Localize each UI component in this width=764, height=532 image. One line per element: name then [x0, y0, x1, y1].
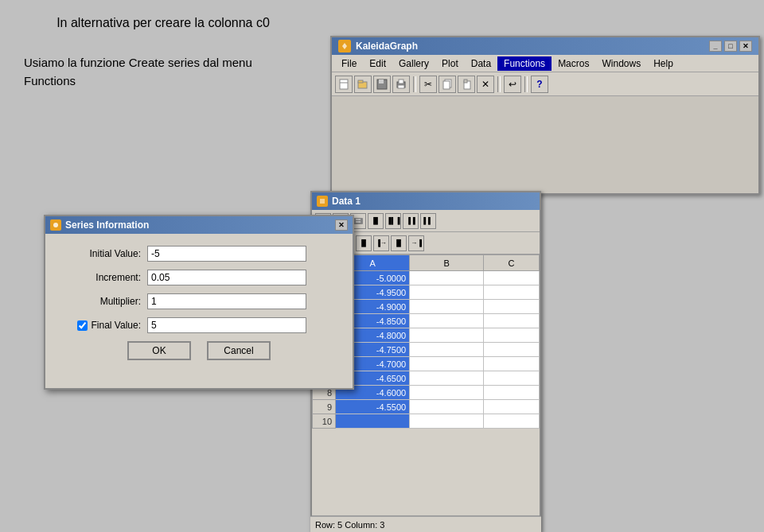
menubar: File Edit Gallery Plot Data Functions Ma…: [332, 55, 758, 72]
cell-a[interactable]: [336, 414, 410, 429]
series-close-button[interactable]: ✕: [335, 219, 348, 231]
cell-a[interactable]: -4.5500: [336, 400, 410, 414]
dt-btn5[interactable]: ▐▌▐: [385, 213, 401, 229]
dt2-btn2[interactable]: ▐▌: [356, 235, 372, 251]
cell-c[interactable]: [484, 386, 540, 400]
toolbar-paste[interactable]: [458, 76, 475, 93]
dt2-btn3[interactable]: ▐→: [373, 235, 389, 251]
increment-input[interactable]: [147, 270, 306, 285]
menu-edit[interactable]: Edit: [363, 56, 392, 71]
cell-b[interactable]: [410, 400, 484, 414]
dt-btn6[interactable]: ▐▐: [403, 213, 419, 229]
menu-help[interactable]: Help: [647, 56, 680, 71]
svg-rect-1: [340, 80, 348, 89]
data-titlebar: Data 1: [312, 192, 540, 210]
series-content: Initial Value: Increment: Multiplier: Fi…: [45, 234, 353, 372]
toolbar-help[interactable]: ?: [531, 76, 548, 93]
toolbar-save[interactable]: [373, 76, 391, 93]
svg-rect-8: [399, 80, 403, 83]
cell-c[interactable]: [484, 328, 540, 343]
toolbar-open[interactable]: [354, 76, 372, 93]
menu-gallery[interactable]: Gallery: [392, 56, 435, 71]
kaleida-content: [332, 96, 758, 193]
menu-windows[interactable]: Windows: [595, 56, 647, 71]
increment-row: Increment:: [61, 270, 337, 285]
close-btn[interactable]: ✕: [739, 41, 752, 52]
toolbar-delete[interactable]: ✕: [477, 76, 494, 93]
menu-macros[interactable]: Macros: [552, 56, 595, 71]
initial-value-input[interactable]: [147, 246, 306, 262]
kaleida-window: KaleidaGraph _ □ ✕ File Edit Gallery Plo…: [330, 36, 760, 195]
multiplier-row: Multiplier:: [61, 293, 337, 309]
initial-value-row: Initial Value:: [61, 246, 337, 262]
final-value-row: Final Value:: [61, 317, 337, 333]
data-window-title: Data 1: [332, 196, 361, 207]
cell-c[interactable]: [484, 271, 540, 285]
table-row: 9-4.5500: [313, 400, 540, 414]
cell-c[interactable]: [484, 343, 540, 357]
dt2-btn4[interactable]: ▐▌: [391, 235, 407, 251]
dt-btn7[interactable]: ▌▌: [420, 213, 436, 229]
data-statusbar2: Row: 5 Column: 3: [310, 516, 541, 532]
multiplier-input[interactable]: [147, 293, 306, 309]
final-value-input[interactable]: [147, 317, 306, 333]
cell-b[interactable]: [410, 271, 484, 285]
status-text2: Row: 5 Column: 3: [315, 520, 384, 530]
cancel-button[interactable]: Cancel: [207, 341, 271, 360]
cell-c[interactable]: [484, 357, 540, 371]
cell-b[interactable]: [410, 300, 484, 314]
cell-b[interactable]: [410, 328, 484, 343]
svg-rect-13: [464, 80, 467, 83]
toolbar-undo[interactable]: ↩: [504, 76, 521, 93]
svg-rect-21: [353, 218, 363, 224]
cell-c[interactable]: [484, 371, 540, 386]
cell-c[interactable]: [484, 285, 540, 300]
dt-btn4[interactable]: ▐▌: [368, 213, 384, 229]
cell-c[interactable]: [484, 414, 540, 429]
series-buttons: OK Cancel: [61, 341, 337, 360]
description-text: Usiamo la funzione Create series dal men…: [24, 54, 302, 90]
multiplier-label: Multiplier:: [61, 296, 141, 307]
final-value-checkbox[interactable]: [77, 320, 88, 331]
increment-label: Increment:: [61, 272, 141, 283]
cell-b[interactable]: [410, 357, 484, 371]
toolbar: ✂ ✕ ↩ ?: [332, 72, 758, 96]
data-icon: [317, 196, 328, 207]
main-title: In alternativa per creare la colonna c0: [24, 16, 302, 30]
row-number: 9: [313, 400, 336, 414]
series-dialog: Series Information ✕ Initial Value: Incr…: [44, 215, 354, 390]
ok-button[interactable]: OK: [127, 341, 191, 360]
kaleida-titlebar: KaleidaGraph _ □ ✕: [332, 37, 758, 55]
svg-rect-4: [358, 80, 363, 83]
cell-c[interactable]: [484, 400, 540, 414]
cell-b[interactable]: [410, 285, 484, 300]
toolbar-copy[interactable]: [439, 76, 456, 93]
toolbar-sep3: [524, 76, 528, 92]
cell-c[interactable]: [484, 314, 540, 328]
maximize-btn[interactable]: □: [724, 41, 737, 52]
kaleida-icon: [338, 40, 351, 52]
menu-functions[interactable]: Functions: [497, 56, 552, 71]
col-header-b[interactable]: B: [410, 255, 484, 271]
toolbar-sep1: [413, 76, 416, 92]
titlebar-controls: _ □ ✕: [709, 41, 752, 52]
cell-c[interactable]: [484, 300, 540, 314]
final-value-label: Final Value:: [61, 320, 141, 331]
svg-rect-6: [379, 80, 384, 83]
toolbar-cut[interactable]: ✂: [419, 76, 437, 93]
col-header-c[interactable]: C: [484, 255, 540, 271]
table-row: 10: [313, 414, 540, 429]
cell-b[interactable]: [410, 386, 484, 400]
menu-file[interactable]: File: [335, 56, 363, 71]
menu-plot[interactable]: Plot: [435, 56, 465, 71]
series-icon: [50, 219, 61, 231]
menu-data[interactable]: Data: [465, 56, 497, 71]
cell-b[interactable]: [410, 414, 484, 429]
dt2-btn5[interactable]: →▐: [408, 235, 424, 251]
minimize-btn[interactable]: _: [709, 41, 722, 52]
cell-b[interactable]: [410, 314, 484, 328]
cell-b[interactable]: [410, 371, 484, 386]
toolbar-new[interactable]: [335, 76, 353, 93]
toolbar-print[interactable]: [392, 76, 410, 93]
cell-b[interactable]: [410, 343, 484, 357]
